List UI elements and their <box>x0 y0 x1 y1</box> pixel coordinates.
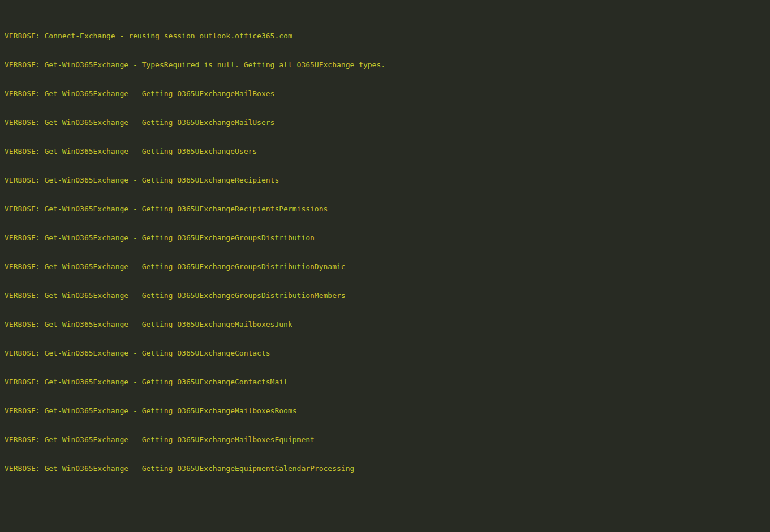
verbose-line: VERBOSE: Get-WinO365Exchange - Getting O… <box>5 233 770 243</box>
verbose-line: VERBOSE: Get-WinO365Exchange - Getting O… <box>5 406 770 416</box>
verbose-line: VERBOSE: Get-WinO365Exchange - Getting O… <box>5 175 770 185</box>
verbose-line: VERBOSE: Get-WinO365Exchange - Getting O… <box>5 291 770 300</box>
verbose-line: VERBOSE: Get-WinO365Exchange - Getting O… <box>5 118 770 127</box>
verbose-line: VERBOSE: Get-WinO365Exchange - Getting O… <box>5 89 770 98</box>
verbose-line: VERBOSE: Get-WinO365Exchange - Getting O… <box>5 464 770 473</box>
blank-line <box>5 502 770 512</box>
verbose-line: VERBOSE: Get-WinO365Exchange - Getting O… <box>5 348 770 358</box>
verbose-line: VERBOSE: Get-WinO365Exchange - Getting O… <box>5 262 770 271</box>
powershell-console[interactable]: VERBOSE: Connect-Exchange - reusing sess… <box>0 0 770 532</box>
verbose-line: VERBOSE: Get-WinO365Exchange - Getting O… <box>5 377 770 387</box>
verbose-line: VERBOSE: Get-WinO365Exchange - TypesRequ… <box>5 60 770 70</box>
verbose-line: VERBOSE: Get-WinO365Exchange - Getting O… <box>5 146 770 156</box>
verbose-line: VERBOSE: Get-WinO365Exchange - Getting O… <box>5 319 770 329</box>
verbose-line: VERBOSE: Connect-Exchange - reusing sess… <box>5 31 770 41</box>
verbose-line: VERBOSE: Get-WinO365Exchange - Getting O… <box>5 435 770 444</box>
verbose-line: VERBOSE: Get-WinO365Exchange - Getting O… <box>5 204 770 214</box>
